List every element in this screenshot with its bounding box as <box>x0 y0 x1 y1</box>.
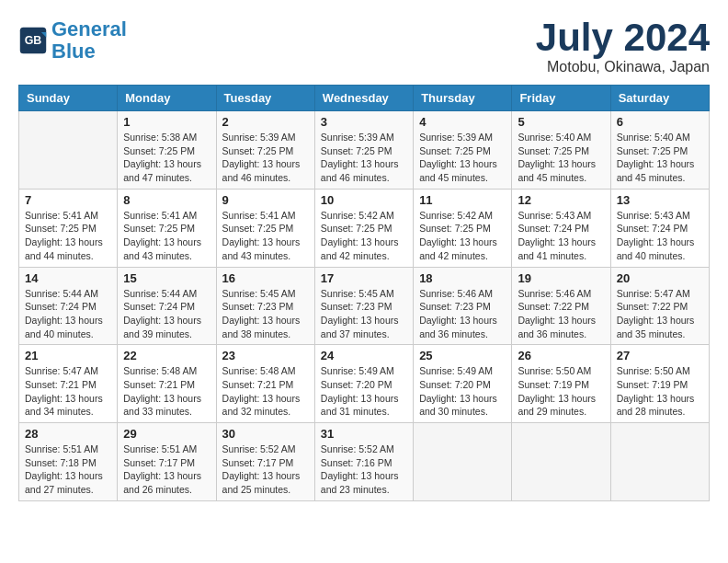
calendar-header: SundayMondayTuesdayWednesdayThursdayFrid… <box>19 86 710 111</box>
day-number: 9 <box>222 193 309 207</box>
day-number: 21 <box>25 349 111 362</box>
weekday-header-row: SundayMondayTuesdayWednesdayThursdayFrid… <box>19 86 710 111</box>
day-info: Sunrise: 5:39 AM Sunset: 7:25 PM Dayligh… <box>419 131 506 185</box>
week-row-3: 14Sunrise: 5:44 AM Sunset: 7:24 PM Dayli… <box>19 267 710 345</box>
calendar-cell: 20Sunrise: 5:47 AM Sunset: 7:22 PM Dayli… <box>610 267 709 345</box>
day-info: Sunrise: 5:39 AM Sunset: 7:25 PM Dayligh… <box>321 131 407 185</box>
calendar-cell: 27Sunrise: 5:50 AM Sunset: 7:19 PM Dayli… <box>610 345 709 423</box>
day-info: Sunrise: 5:52 AM Sunset: 7:17 PM Dayligh… <box>222 442 309 497</box>
day-number: 19 <box>518 271 604 285</box>
weekday-header-saturday: Saturday <box>610 86 709 111</box>
day-number: 16 <box>222 271 309 285</box>
calendar-cell: 30Sunrise: 5:52 AM Sunset: 7:17 PM Dayli… <box>216 423 314 501</box>
page-header: GB General Blue July 2024 Motobu, Okinaw… <box>18 18 710 75</box>
month-title: July 2024 <box>536 18 710 57</box>
day-info: Sunrise: 5:48 AM Sunset: 7:21 PM Dayligh… <box>123 364 210 419</box>
calendar-cell: 5Sunrise: 5:40 AM Sunset: 7:25 PM Daylig… <box>512 111 610 190</box>
day-number: 10 <box>321 193 407 207</box>
calendar-cell: 23Sunrise: 5:48 AM Sunset: 7:21 PM Dayli… <box>216 345 314 423</box>
day-number: 8 <box>123 193 210 207</box>
day-info: Sunrise: 5:49 AM Sunset: 7:20 PM Dayligh… <box>419 364 506 419</box>
day-number: 11 <box>419 193 506 207</box>
day-info: Sunrise: 5:44 AM Sunset: 7:24 PM Dayligh… <box>123 287 210 341</box>
day-info: Sunrise: 5:40 AM Sunset: 7:25 PM Dayligh… <box>518 131 604 185</box>
calendar-cell: 25Sunrise: 5:49 AM Sunset: 7:20 PM Dayli… <box>414 345 512 423</box>
calendar-cell <box>19 111 118 190</box>
day-number: 1 <box>123 115 210 129</box>
calendar-cell: 26Sunrise: 5:50 AM Sunset: 7:19 PM Dayli… <box>512 345 610 423</box>
calendar-cell: 12Sunrise: 5:43 AM Sunset: 7:24 PM Dayli… <box>512 189 610 267</box>
day-info: Sunrise: 5:47 AM Sunset: 7:21 PM Dayligh… <box>25 364 111 419</box>
weekday-header-monday: Monday <box>118 86 216 111</box>
calendar-cell: 16Sunrise: 5:45 AM Sunset: 7:23 PM Dayli… <box>216 267 314 345</box>
day-number: 27 <box>617 349 703 362</box>
day-info: Sunrise: 5:48 AM Sunset: 7:21 PM Dayligh… <box>222 364 309 419</box>
day-number: 15 <box>123 271 210 285</box>
svg-text:GB: GB <box>25 34 42 47</box>
week-row-2: 7Sunrise: 5:41 AM Sunset: 7:25 PM Daylig… <box>19 189 710 267</box>
day-number: 14 <box>25 271 111 285</box>
calendar-cell: 1Sunrise: 5:38 AM Sunset: 7:25 PM Daylig… <box>118 111 216 190</box>
calendar-cell: 29Sunrise: 5:51 AM Sunset: 7:17 PM Dayli… <box>118 423 216 501</box>
calendar-cell: 15Sunrise: 5:44 AM Sunset: 7:24 PM Dayli… <box>118 267 216 345</box>
day-number: 20 <box>617 271 703 285</box>
day-info: Sunrise: 5:49 AM Sunset: 7:20 PM Dayligh… <box>321 364 407 419</box>
day-number: 29 <box>123 427 210 441</box>
day-number: 24 <box>321 349 407 362</box>
logo-line1: General <box>51 17 127 40</box>
day-info: Sunrise: 5:44 AM Sunset: 7:24 PM Dayligh… <box>25 287 111 341</box>
day-number: 22 <box>123 349 210 362</box>
day-info: Sunrise: 5:40 AM Sunset: 7:25 PM Dayligh… <box>617 131 703 185</box>
day-info: Sunrise: 5:41 AM Sunset: 7:25 PM Dayligh… <box>222 209 309 263</box>
calendar-cell: 13Sunrise: 5:43 AM Sunset: 7:24 PM Dayli… <box>610 189 709 267</box>
calendar-cell: 21Sunrise: 5:47 AM Sunset: 7:21 PM Dayli… <box>19 345 118 423</box>
logo: GB General Blue <box>18 18 127 63</box>
week-row-4: 21Sunrise: 5:47 AM Sunset: 7:21 PM Dayli… <box>19 345 710 423</box>
day-info: Sunrise: 5:46 AM Sunset: 7:22 PM Dayligh… <box>518 287 604 341</box>
day-number: 28 <box>25 427 111 441</box>
day-info: Sunrise: 5:41 AM Sunset: 7:25 PM Dayligh… <box>123 209 210 263</box>
day-info: Sunrise: 5:47 AM Sunset: 7:22 PM Dayligh… <box>617 287 703 341</box>
weekday-header-sunday: Sunday <box>19 86 118 111</box>
day-info: Sunrise: 5:46 AM Sunset: 7:23 PM Dayligh… <box>419 287 506 341</box>
calendar-cell: 6Sunrise: 5:40 AM Sunset: 7:25 PM Daylig… <box>610 111 709 190</box>
day-info: Sunrise: 5:39 AM Sunset: 7:25 PM Dayligh… <box>222 131 309 185</box>
day-info: Sunrise: 5:43 AM Sunset: 7:24 PM Dayligh… <box>617 209 703 263</box>
calendar-cell: 4Sunrise: 5:39 AM Sunset: 7:25 PM Daylig… <box>414 111 512 190</box>
calendar-cell: 18Sunrise: 5:46 AM Sunset: 7:23 PM Dayli… <box>414 267 512 345</box>
logo-line2: Blue <box>51 40 96 63</box>
calendar-cell: 7Sunrise: 5:41 AM Sunset: 7:25 PM Daylig… <box>19 189 118 267</box>
week-row-1: 1Sunrise: 5:38 AM Sunset: 7:25 PM Daylig… <box>19 111 710 190</box>
calendar-cell: 8Sunrise: 5:41 AM Sunset: 7:25 PM Daylig… <box>118 189 216 267</box>
calendar-cell: 14Sunrise: 5:44 AM Sunset: 7:24 PM Dayli… <box>19 267 118 345</box>
day-info: Sunrise: 5:42 AM Sunset: 7:25 PM Dayligh… <box>419 209 506 263</box>
calendar-cell: 3Sunrise: 5:39 AM Sunset: 7:25 PM Daylig… <box>314 111 413 190</box>
day-number: 13 <box>617 193 703 207</box>
calendar-body: 1Sunrise: 5:38 AM Sunset: 7:25 PM Daylig… <box>19 111 710 501</box>
day-info: Sunrise: 5:50 AM Sunset: 7:19 PM Dayligh… <box>617 364 703 419</box>
day-number: 30 <box>222 427 309 441</box>
calendar-cell: 22Sunrise: 5:48 AM Sunset: 7:21 PM Dayli… <box>118 345 216 423</box>
week-row-5: 28Sunrise: 5:51 AM Sunset: 7:18 PM Dayli… <box>19 423 710 501</box>
calendar-cell: 10Sunrise: 5:42 AM Sunset: 7:25 PM Dayli… <box>314 189 413 267</box>
day-number: 31 <box>321 427 407 441</box>
weekday-header-wednesday: Wednesday <box>314 86 413 111</box>
weekday-header-thursday: Thursday <box>414 86 512 111</box>
location: Motobu, Okinawa, Japan <box>536 59 710 75</box>
day-info: Sunrise: 5:41 AM Sunset: 7:25 PM Dayligh… <box>25 209 111 263</box>
day-info: Sunrise: 5:38 AM Sunset: 7:25 PM Dayligh… <box>123 131 210 185</box>
day-number: 3 <box>321 115 407 129</box>
day-number: 4 <box>419 115 506 129</box>
day-number: 26 <box>518 349 604 362</box>
calendar-cell: 24Sunrise: 5:49 AM Sunset: 7:20 PM Dayli… <box>314 345 413 423</box>
day-number: 6 <box>617 115 703 129</box>
title-block: July 2024 Motobu, Okinawa, Japan <box>536 18 710 75</box>
calendar-table: SundayMondayTuesdayWednesdayThursdayFrid… <box>18 85 710 501</box>
calendar-cell: 17Sunrise: 5:45 AM Sunset: 7:23 PM Dayli… <box>314 267 413 345</box>
weekday-header-tuesday: Tuesday <box>216 86 314 111</box>
day-number: 12 <box>518 193 604 207</box>
day-number: 25 <box>419 349 506 362</box>
day-number: 23 <box>222 349 309 362</box>
calendar-cell <box>512 423 610 501</box>
day-info: Sunrise: 5:52 AM Sunset: 7:16 PM Dayligh… <box>321 442 407 497</box>
